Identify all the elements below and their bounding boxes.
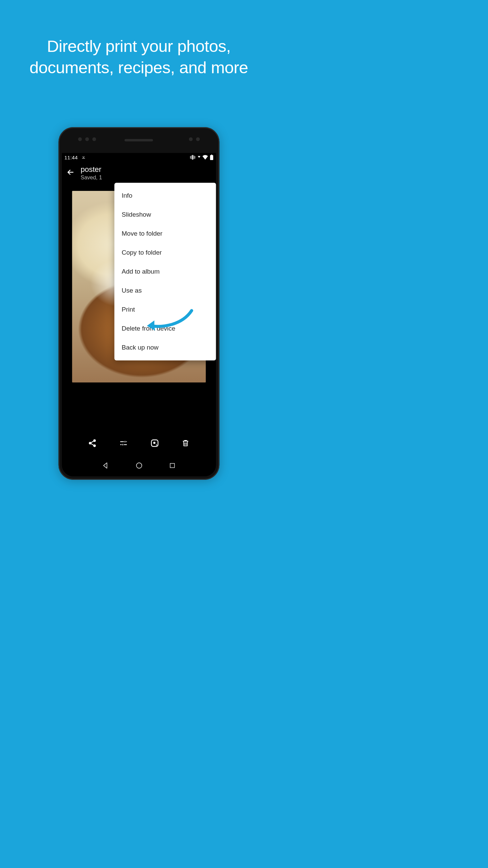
- svg-point-4: [153, 442, 156, 444]
- trash-icon[interactable]: [182, 439, 190, 448]
- svg-point-5: [156, 445, 157, 446]
- status-bar: 11:44: [62, 153, 216, 162]
- battery-icon: [210, 155, 213, 160]
- nav-home-icon[interactable]: [136, 462, 143, 470]
- back-icon[interactable]: [66, 168, 75, 178]
- menu-item-move-to-folder[interactable]: Move to folder: [114, 224, 216, 243]
- bottom-toolbar: [62, 434, 216, 453]
- menu-item-delete-from-device[interactable]: Delete from device: [114, 319, 216, 338]
- app-bar: poster Saved, 1: [62, 162, 216, 183]
- status-time: 11:44: [64, 155, 78, 160]
- marketing-headline: Directly print your photos, documents, r…: [0, 0, 278, 78]
- sensor-dots-right: [189, 137, 200, 141]
- nav-recent-icon[interactable]: [169, 462, 176, 470]
- phone-speaker: [125, 139, 153, 141]
- svg-rect-7: [170, 463, 175, 468]
- context-menu: Info Slideshow Move to folder Copy to fo…: [114, 183, 216, 360]
- sensor-dots-left: [78, 137, 96, 141]
- photo-viewport: Info Slideshow Move to folder Copy to fo…: [62, 183, 216, 383]
- tune-icon[interactable]: [119, 439, 128, 448]
- android-nav-bar: [62, 456, 216, 476]
- menu-item-print[interactable]: Print: [114, 300, 216, 319]
- menu-item-slideshow[interactable]: Slideshow: [114, 205, 216, 224]
- vibrate-icon: [189, 155, 196, 160]
- page-title: poster: [81, 165, 102, 174]
- phone-screen: 11:44: [62, 153, 216, 476]
- download-icon: [81, 155, 86, 160]
- wifi-icon: [202, 155, 208, 160]
- menu-item-info[interactable]: Info: [114, 186, 216, 205]
- phone-bezel-top: [58, 127, 219, 153]
- menu-item-use-as[interactable]: Use as: [114, 281, 216, 300]
- page-subtitle: Saved, 1: [81, 175, 102, 181]
- menu-item-copy-to-folder[interactable]: Copy to folder: [114, 243, 216, 262]
- phone-frame: 11:44: [58, 127, 219, 480]
- lens-icon[interactable]: [150, 439, 159, 448]
- share-icon[interactable]: [88, 439, 97, 448]
- menu-item-back-up-now[interactable]: Back up now: [114, 338, 216, 357]
- menu-item-add-to-album[interactable]: Add to album: [114, 262, 216, 281]
- nav-back-icon[interactable]: [102, 462, 109, 470]
- svg-point-6: [137, 463, 142, 468]
- signal-dropdown-icon: [198, 156, 200, 159]
